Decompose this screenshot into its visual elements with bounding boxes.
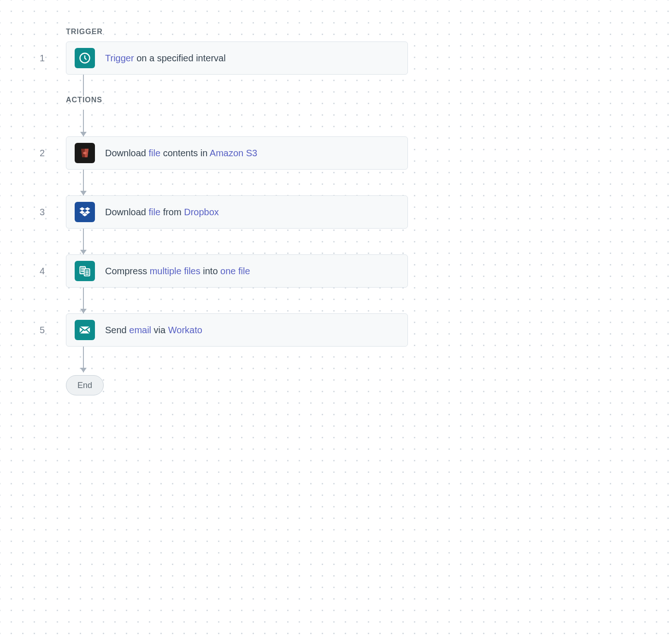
connector-arrow	[83, 229, 84, 254]
step-description: Download file contents in Amazon S3	[105, 148, 257, 159]
actions-section-label: ACTIONS	[66, 96, 654, 104]
clock-icon	[75, 48, 95, 68]
step-row-2: 2 Download file contents in Amazon S3	[18, 136, 654, 170]
connector-arrow	[83, 347, 84, 372]
action-card[interactable]: Compress multiple files into one file	[66, 254, 408, 288]
connector-arrow	[83, 110, 84, 136]
step-row-5: 5 Send email via Workato	[18, 313, 654, 347]
step-row-3: 3 Download file from Dropbox	[18, 195, 654, 229]
files-icon	[75, 261, 95, 281]
workflow-canvas: TRIGGER 1 Trigger on a specified interva…	[0, 0, 672, 414]
connector-line	[83, 75, 84, 96]
step-description: Trigger on a specified interval	[105, 53, 226, 64]
step-row-1: 1 Trigger on a specified interval	[18, 41, 654, 75]
step-description: Send email via Workato	[105, 325, 202, 336]
step-number: 3	[18, 207, 66, 218]
action-card[interactable]: Download file from Dropbox	[66, 195, 408, 229]
svg-point-1	[83, 152, 86, 154]
step-number: 4	[18, 266, 66, 277]
action-card[interactable]: Download file contents in Amazon S3	[66, 136, 408, 170]
step-description: Download file from Dropbox	[105, 207, 219, 218]
connector-arrow	[83, 288, 84, 313]
step-row-4: 4 Compress multiple files into one file	[18, 254, 654, 288]
connector-arrow	[83, 170, 84, 195]
step-number: 1	[18, 53, 66, 64]
trigger-section-label: TRIGGER	[66, 28, 654, 36]
step-number: 5	[18, 325, 66, 336]
action-card[interactable]: Send email via Workato	[66, 313, 408, 347]
mail-icon	[75, 320, 95, 340]
dropbox-icon	[75, 202, 95, 222]
s3-icon	[75, 143, 95, 163]
step-number: 2	[18, 148, 66, 159]
step-description: Compress multiple files into one file	[105, 266, 250, 277]
trigger-card[interactable]: Trigger on a specified interval	[66, 41, 408, 75]
end-pill: End	[66, 375, 104, 395]
